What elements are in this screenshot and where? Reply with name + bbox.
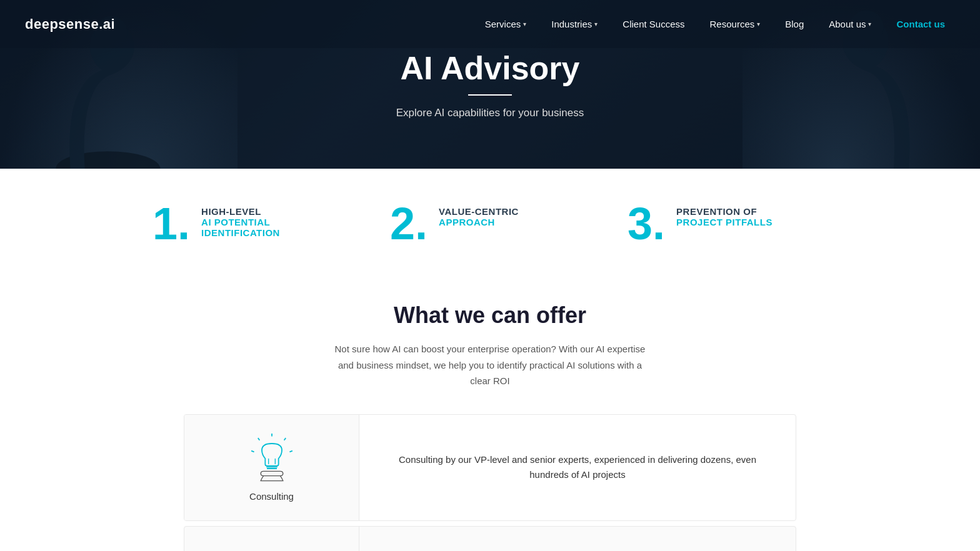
svg-line-6: [258, 438, 259, 440]
cards-container: Consulting Consulting by our VP-level an…: [184, 414, 796, 552]
hero-title: AI Advisory: [396, 49, 584, 87]
hero-content: AI Advisory Explore AI capabilities for …: [396, 49, 584, 119]
chevron-down-icon: ▾: [523, 21, 526, 27]
feature-label-bottom-2: APPROACH: [439, 217, 519, 227]
card-second: [184, 526, 796, 552]
feature-label-bottom-3: PROJECT PITFALLS: [676, 217, 772, 227]
chevron-down-icon: ▾: [594, 21, 598, 27]
offer-title: What we can offer: [25, 302, 955, 329]
hero-subtitle: Explore AI capabilities for your busines…: [396, 107, 584, 119]
feature-number-2: 2.: [390, 201, 428, 246]
main-nav: deepsense.ai Services ▾ Industries ▾ Cli…: [0, 0, 980, 48]
nav-item-about-us[interactable]: About us ▾: [819, 0, 881, 48]
svg-line-7: [251, 450, 254, 452]
feature-number-1: 1.: [152, 201, 190, 246]
bulb-icon: [247, 434, 297, 484]
nav-item-blog[interactable]: Blog: [775, 0, 814, 48]
chevron-down-icon: ▾: [868, 21, 871, 27]
feature-item-1: 1. HIGH-LEVEL AI POTENTIALIDENTIFICATION: [134, 206, 371, 246]
card-consulting-label: Consulting: [249, 491, 294, 502]
feature-text-1: HIGH-LEVEL AI POTENTIALIDENTIFICATION: [201, 206, 280, 238]
feature-label-top-3: PREVENTION OF: [676, 206, 772, 217]
feature-text-2: VALUE-CENTRIC APPROACH: [439, 206, 519, 227]
feature-label-top-2: VALUE-CENTRIC: [439, 206, 519, 217]
offer-section: What we can offer Not sure how AI can bo…: [0, 271, 980, 551]
features-strip: 1. HIGH-LEVEL AI POTENTIALIDENTIFICATION…: [0, 169, 980, 271]
nav-links: Services ▾ Industries ▾ Client Success R…: [475, 0, 955, 48]
nav-item-industries[interactable]: Industries ▾: [541, 0, 608, 48]
card-consulting: Consulting Consulting by our VP-level an…: [184, 414, 796, 521]
feature-label-bottom-1: AI POTENTIALIDENTIFICATION: [201, 217, 280, 238]
card-icon-section-consulting: Consulting: [184, 415, 359, 520]
svg-line-4: [284, 438, 286, 440]
nav-item-contact[interactable]: Contact us: [886, 0, 955, 48]
feature-text-3: PREVENTION OF PROJECT PITFALLS: [676, 206, 772, 227]
feature-number-3: 3.: [628, 201, 665, 246]
nav-item-services[interactable]: Services ▾: [475, 0, 537, 48]
hero-divider: [468, 94, 512, 96]
feature-item-3: 3. PREVENTION OF PROJECT PITFALLS: [609, 206, 846, 246]
offer-description: Not sure how AI can boost your enterpris…: [334, 341, 646, 389]
nav-item-client-success[interactable]: Client Success: [612, 0, 694, 48]
card-second-text: [359, 527, 796, 552]
feature-item-2: 2. VALUE-CENTRIC APPROACH: [371, 206, 609, 246]
svg-line-5: [289, 450, 292, 452]
card-consulting-text: Consulting by our VP-level and senior ex…: [359, 415, 796, 520]
feature-label-top-1: HIGH-LEVEL: [201, 206, 280, 217]
chevron-down-icon: ▾: [757, 21, 760, 27]
nav-item-resources[interactable]: Resources ▾: [700, 0, 771, 48]
logo[interactable]: deepsense.ai: [25, 16, 115, 32]
card-second-icon-section: [184, 527, 359, 552]
